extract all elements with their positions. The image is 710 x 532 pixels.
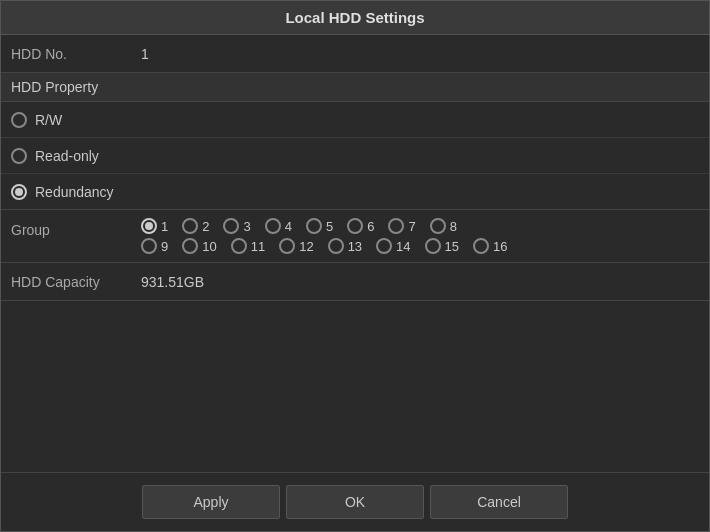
- group-radio-2[interactable]: 2: [182, 218, 209, 234]
- group-radio-label-6: 6: [367, 219, 374, 234]
- group-radio-btn-4[interactable]: [265, 218, 281, 234]
- group-radio-btn-16[interactable]: [473, 238, 489, 254]
- group-radio-9[interactable]: 9: [141, 238, 168, 254]
- group-radio-label-14: 14: [396, 239, 410, 254]
- group-radio-12[interactable]: 12: [279, 238, 313, 254]
- group-radios: 1 2 3 4 5: [141, 218, 508, 254]
- property-redundancy-label: Redundancy: [35, 184, 114, 200]
- property-redundancy-radio[interactable]: [11, 184, 27, 200]
- group-radio-label-11: 11: [251, 239, 265, 254]
- group-radio-btn-14[interactable]: [376, 238, 392, 254]
- group-radio-btn-11[interactable]: [231, 238, 247, 254]
- property-readonly-label: Read-only: [35, 148, 99, 164]
- hdd-no-label: HDD No.: [11, 46, 141, 62]
- hdd-no-value: 1: [141, 46, 149, 62]
- group-radio-15[interactable]: 15: [425, 238, 459, 254]
- group-radio-11[interactable]: 11: [231, 238, 265, 254]
- group-radio-btn-2[interactable]: [182, 218, 198, 234]
- group-radio-3[interactable]: 3: [223, 218, 250, 234]
- group-radio-5[interactable]: 5: [306, 218, 333, 234]
- group-radio-label-1: 1: [161, 219, 168, 234]
- group-radio-1[interactable]: 1: [141, 218, 168, 234]
- property-rw-radio[interactable]: [11, 112, 27, 128]
- dialog-content: HDD No. 1 HDD Property R/W Read-only Red…: [1, 35, 709, 472]
- group-radio-label-15: 15: [445, 239, 459, 254]
- group-radio-btn-6[interactable]: [347, 218, 363, 234]
- group-radio-btn-10[interactable]: [182, 238, 198, 254]
- group-radio-label-5: 5: [326, 219, 333, 234]
- group-radio-label-7: 7: [408, 219, 415, 234]
- property-redundancy-row[interactable]: Redundancy: [1, 174, 709, 210]
- group-radio-label-8: 8: [450, 219, 457, 234]
- group-radio-btn-5[interactable]: [306, 218, 322, 234]
- group-radio-14[interactable]: 14: [376, 238, 410, 254]
- hdd-property-header: HDD Property: [1, 73, 709, 102]
- cancel-button[interactable]: Cancel: [430, 485, 568, 519]
- group-radio-label-9: 9: [161, 239, 168, 254]
- group-radios-line-2: 9 10 11 12 1: [141, 238, 508, 254]
- dialog-title: Local HDD Settings: [1, 1, 709, 35]
- group-radio-label-2: 2: [202, 219, 209, 234]
- group-radio-label-16: 16: [493, 239, 507, 254]
- group-radio-8[interactable]: 8: [430, 218, 457, 234]
- group-radio-label-13: 13: [348, 239, 362, 254]
- property-readonly-radio[interactable]: [11, 148, 27, 164]
- group-radio-10[interactable]: 10: [182, 238, 216, 254]
- group-radio-btn-9[interactable]: [141, 238, 157, 254]
- group-radio-btn-13[interactable]: [328, 238, 344, 254]
- group-radio-7[interactable]: 7: [388, 218, 415, 234]
- group-radio-label-10: 10: [202, 239, 216, 254]
- group-radio-4[interactable]: 4: [265, 218, 292, 234]
- property-readonly-row[interactable]: Read-only: [1, 138, 709, 174]
- hdd-no-row: HDD No. 1: [1, 35, 709, 73]
- dialog-footer: Apply OK Cancel: [1, 472, 709, 531]
- group-radios-line-1: 1 2 3 4 5: [141, 218, 508, 234]
- group-radio-16[interactable]: 16: [473, 238, 507, 254]
- group-radio-label-3: 3: [243, 219, 250, 234]
- ok-button[interactable]: OK: [286, 485, 424, 519]
- group-radio-13[interactable]: 13: [328, 238, 362, 254]
- group-radio-6[interactable]: 6: [347, 218, 374, 234]
- property-rw-label: R/W: [35, 112, 62, 128]
- apply-button[interactable]: Apply: [142, 485, 280, 519]
- group-radio-btn-15[interactable]: [425, 238, 441, 254]
- local-hdd-settings-dialog: Local HDD Settings HDD No. 1 HDD Propert…: [0, 0, 710, 532]
- property-rw-row[interactable]: R/W: [1, 102, 709, 138]
- group-radio-btn-12[interactable]: [279, 238, 295, 254]
- group-radio-label-4: 4: [285, 219, 292, 234]
- group-radio-btn-1[interactable]: [141, 218, 157, 234]
- group-radio-btn-3[interactable]: [223, 218, 239, 234]
- hdd-capacity-label: HDD Capacity: [11, 274, 141, 290]
- group-label: Group: [11, 218, 141, 238]
- group-radio-btn-8[interactable]: [430, 218, 446, 234]
- hdd-capacity-row: HDD Capacity 931.51GB: [1, 263, 709, 301]
- group-radio-label-12: 12: [299, 239, 313, 254]
- hdd-capacity-value: 931.51GB: [141, 274, 204, 290]
- group-row: Group 1 2 3: [1, 210, 709, 263]
- group-radio-btn-7[interactable]: [388, 218, 404, 234]
